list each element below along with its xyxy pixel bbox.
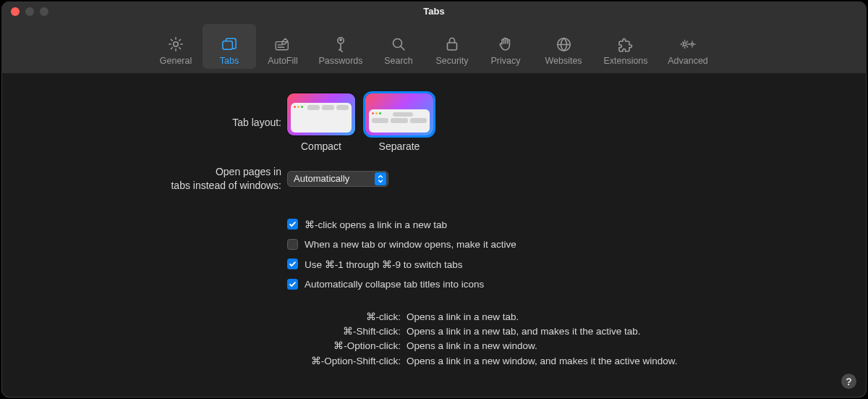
svg-point-8 xyxy=(684,43,686,46)
svg-rect-6 xyxy=(448,43,457,50)
shortcut-legend: ⌘-click:Opens a link in a new tab. ⌘-Shi… xyxy=(1,310,867,369)
question-icon: ? xyxy=(846,376,852,387)
toolbar-label: Extensions xyxy=(603,56,647,66)
open-in-tabs-value: Automatically xyxy=(294,173,349,184)
shortcut-key: ⌘-Option-click: xyxy=(1,339,407,353)
minimize-window-button[interactable] xyxy=(25,7,34,16)
close-window-button[interactable] xyxy=(11,7,20,16)
checkbox-label: Use ⌘-1 through ⌘-9 to switch tabs xyxy=(305,259,463,270)
magnifier-icon xyxy=(390,35,407,53)
checkbox-icon xyxy=(287,279,298,290)
preferences-toolbar: General Tabs AutoFill Passwords Search xyxy=(1,21,867,73)
pencil-card-icon xyxy=(274,35,292,53)
open-in-tabs-popup[interactable]: Automatically xyxy=(287,171,388,187)
shortcut-key: ⌘-click: xyxy=(1,310,407,324)
tabs-icon xyxy=(221,35,238,53)
toolbar-privacy[interactable]: Privacy xyxy=(479,24,532,69)
chevron-up-down-icon xyxy=(375,172,386,185)
toolbar-label: AutoFill xyxy=(268,56,298,66)
lock-icon xyxy=(443,35,461,53)
toolbar-general[interactable]: General xyxy=(149,24,203,69)
toolbar-autofill[interactable]: AutoFill xyxy=(256,24,310,69)
traffic-lights xyxy=(11,7,48,16)
tab-layout-separate[interactable]: Separate xyxy=(365,93,433,152)
toolbar-extensions[interactable]: Extensions xyxy=(595,24,657,69)
checkbox-icon xyxy=(287,219,298,230)
toolbar-label: Search xyxy=(384,56,413,66)
preferences-window: Tabs General Tabs AutoFill Passwords xyxy=(1,1,867,398)
toolbar-label: Privacy xyxy=(491,56,521,66)
puzzle-icon xyxy=(617,35,634,53)
svg-point-0 xyxy=(174,42,178,46)
shortcut-key: ⌘-Shift-click: xyxy=(1,324,407,339)
toolbar-security[interactable]: Security xyxy=(425,24,479,69)
shortcut-desc: Opens a link in a new tab, and makes it … xyxy=(407,324,640,339)
toolbar-label: Advanced xyxy=(668,56,708,66)
shortcut-key: ⌘-Option-Shift-click: xyxy=(1,354,407,369)
shortcut-desc: Opens a link in a new window, and makes … xyxy=(407,354,677,369)
toolbar-label: Websites xyxy=(545,56,582,66)
toolbar-label: Passwords xyxy=(318,56,362,66)
toolbar-websites[interactable]: Websites xyxy=(532,24,595,69)
toolbar-advanced[interactable]: Advanced xyxy=(657,24,719,69)
compact-preview xyxy=(287,93,355,135)
tab-layout-compact[interactable]: Compact xyxy=(287,93,355,152)
checkbox-label: ⌘-click opens a link in a new tab xyxy=(305,219,447,230)
checkbox-active-new[interactable]: When a new tab or window opens, make it … xyxy=(287,239,516,250)
content: Tab layout: Compact xyxy=(1,73,867,369)
toolbar-search[interactable]: Search xyxy=(372,24,425,69)
svg-rect-1 xyxy=(223,41,232,50)
svg-point-9 xyxy=(691,43,693,45)
toolbar-label: General xyxy=(160,56,192,66)
tab-layout-label: Tab layout: xyxy=(1,116,287,130)
hand-icon xyxy=(497,35,514,53)
separate-caption: Separate xyxy=(379,140,420,152)
open-in-tabs-label: Open pages in tabs instead of windows: xyxy=(1,165,287,193)
checkbox-label: Automatically collapse tab titles into i… xyxy=(305,279,484,290)
checkbox-cmd-num[interactable]: Use ⌘-1 through ⌘-9 to switch tabs xyxy=(287,259,463,270)
zoom-window-button[interactable] xyxy=(40,7,48,16)
gears-icon xyxy=(679,35,697,53)
toolbar-label: Tabs xyxy=(220,56,239,66)
help-button[interactable]: ? xyxy=(841,374,856,389)
toolbar-tabs[interactable]: Tabs xyxy=(203,24,256,69)
separate-preview xyxy=(365,93,433,135)
key-icon xyxy=(332,35,349,53)
checkbox-collapse[interactable]: Automatically collapse tab titles into i… xyxy=(287,279,484,290)
shortcut-desc: Opens a link in a new window. xyxy=(407,339,537,353)
checkbox-icon xyxy=(287,259,298,269)
checkbox-cmd-click[interactable]: ⌘-click opens a link in a new tab xyxy=(287,219,447,230)
svg-point-4 xyxy=(340,39,341,41)
window-title: Tabs xyxy=(423,6,444,17)
compact-caption: Compact xyxy=(301,140,341,152)
toolbar-label: Security xyxy=(435,56,468,66)
globe-icon xyxy=(555,35,572,53)
gear-icon xyxy=(167,35,184,53)
toolbar-passwords[interactable]: Passwords xyxy=(310,24,372,69)
shortcut-desc: Opens a link in a new tab. xyxy=(407,310,519,324)
titlebar: Tabs xyxy=(1,1,867,21)
checkbox-icon xyxy=(287,239,298,250)
checkbox-label: When a new tab or window opens, make it … xyxy=(305,239,516,250)
